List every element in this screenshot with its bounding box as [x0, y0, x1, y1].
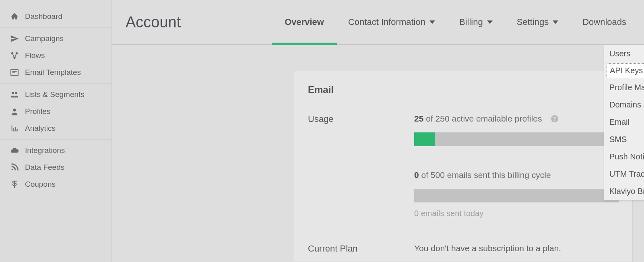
sidebar-item-label: Coupons [25, 180, 56, 189]
sidebar-item-lists-segments[interactable]: Lists & Segments [0, 86, 111, 103]
svg-rect-9 [13, 128, 14, 131]
emails-suffix: of 500 emails sent this billing cycle [419, 170, 551, 179]
svg-point-2 [13, 57, 16, 59]
sidebar-item-label: Profiles [25, 107, 50, 116]
tabs: Overview Contact Information Billing Set… [285, 0, 626, 44]
cloud-icon [10, 146, 19, 155]
dropdown-item-users[interactable]: Users [604, 45, 644, 62]
usage-emails-line: 0 of 500 emails sent this billing cycle [414, 170, 619, 180]
email-card: Email Usage 25 of 250 active emailable p… [294, 71, 633, 262]
profiles-progress-bar [414, 132, 619, 146]
template-icon [10, 68, 19, 77]
chart-icon [10, 124, 19, 133]
sidebar-item-label: Lists & Segments [25, 90, 85, 99]
email-heading: Email [308, 84, 619, 95]
svg-point-8 [13, 109, 16, 111]
flow-icon [10, 51, 19, 60]
sidebar-item-label: Flows [25, 51, 45, 60]
tab-overview[interactable]: Overview [285, 0, 324, 44]
page-title: Account [126, 14, 181, 31]
sidebar-item-data-feeds[interactable]: Data Feeds [0, 159, 111, 176]
tab-contact-information[interactable]: Contact Information [348, 0, 435, 44]
svg-rect-10 [15, 127, 16, 130]
sidebar-item-flows[interactable]: Flows [0, 47, 111, 64]
dropdown-item-profile-maintenance[interactable]: Profile Maintenance [604, 79, 644, 96]
users-icon [10, 90, 19, 99]
tab-label: Downloads [582, 17, 626, 27]
tab-billing[interactable]: Billing [459, 0, 493, 44]
sidebar: Dashboard Campaigns Flows Email Template… [0, 0, 112, 262]
profiles-progress-fill [414, 132, 435, 146]
sidebar-item-label: Analytics [25, 124, 56, 133]
chevron-down-icon [429, 17, 435, 27]
sidebar-item-email-templates[interactable]: Email Templates [0, 64, 111, 81]
profiles-count: 25 [414, 114, 423, 123]
emails-sent-today: 0 emails sent today [414, 209, 619, 218]
sidebar-item-profiles[interactable]: Profiles [0, 103, 111, 120]
svg-rect-11 [17, 129, 18, 131]
settings-dropdown: Users API Keys Profile Maintenance Domai… [604, 45, 644, 200]
sidebar-item-analytics[interactable]: Analytics [0, 120, 111, 137]
dropdown-item-domains-hosting[interactable]: Domains and Hosting [604, 96, 644, 113]
emails-count: 0 [414, 170, 419, 179]
sidebar-item-label: Data Feeds [25, 163, 64, 172]
svg-point-0 [11, 52, 14, 55]
topbar: Account Overview Contact Information Bil… [112, 0, 644, 45]
home-icon [10, 12, 19, 21]
tab-label: Contact Information [348, 17, 425, 27]
divider [414, 232, 619, 232]
help-icon[interactable]: ? [551, 115, 558, 122]
sidebar-item-label: Dashboard [25, 12, 62, 21]
main-content: Account Overview Contact Information Bil… [112, 0, 644, 262]
send-icon [10, 34, 19, 43]
tab-downloads[interactable]: Downloads [582, 0, 626, 44]
tab-label: Settings [517, 17, 549, 27]
usage-label: Usage [308, 114, 414, 124]
svg-point-1 [16, 52, 18, 55]
rss-icon [10, 163, 19, 172]
sidebar-item-label: Integrations [25, 146, 65, 155]
dropdown-item-utm-tracking[interactable]: UTM Tracking [604, 165, 644, 183]
tab-label: Billing [459, 17, 483, 27]
profile-icon [10, 107, 19, 116]
tab-settings[interactable]: Settings [517, 0, 559, 44]
current-plan-label: Current Plan [308, 243, 414, 254]
svg-point-6 [12, 92, 14, 95]
chevron-down-icon [553, 17, 558, 27]
emails-progress-bar [414, 189, 619, 202]
dropdown-item-push-notification[interactable]: Push Notification [604, 148, 644, 165]
svg-point-12 [12, 169, 13, 171]
dropdown-item-sms[interactable]: SMS [604, 131, 644, 148]
dropdown-item-api-keys[interactable]: API Keys [607, 63, 644, 78]
sidebar-item-dashboard[interactable]: Dashboard [0, 8, 111, 25]
dropdown-item-email[interactable]: Email [604, 113, 644, 131]
usage-profiles-line: 25 of 250 active emailable profiles ? [414, 114, 619, 124]
dropdown-item-klaviyo-branding[interactable]: Klaviyo Branding [604, 183, 644, 200]
sidebar-item-coupons[interactable]: Coupons [0, 176, 111, 193]
chevron-down-icon [487, 17, 493, 27]
sidebar-item-label: Campaigns [25, 34, 64, 43]
svg-point-7 [15, 92, 17, 95]
sidebar-item-integrations[interactable]: Integrations [0, 142, 111, 159]
tab-label: Overview [285, 17, 324, 27]
current-plan-text: You don't have a subscription to a plan. [414, 243, 619, 253]
dollar-icon [10, 180, 19, 189]
profiles-suffix: of 250 active emailable profiles [423, 114, 542, 123]
sidebar-item-campaigns[interactable]: Campaigns [0, 30, 111, 47]
sidebar-item-label: Email Templates [25, 68, 81, 77]
